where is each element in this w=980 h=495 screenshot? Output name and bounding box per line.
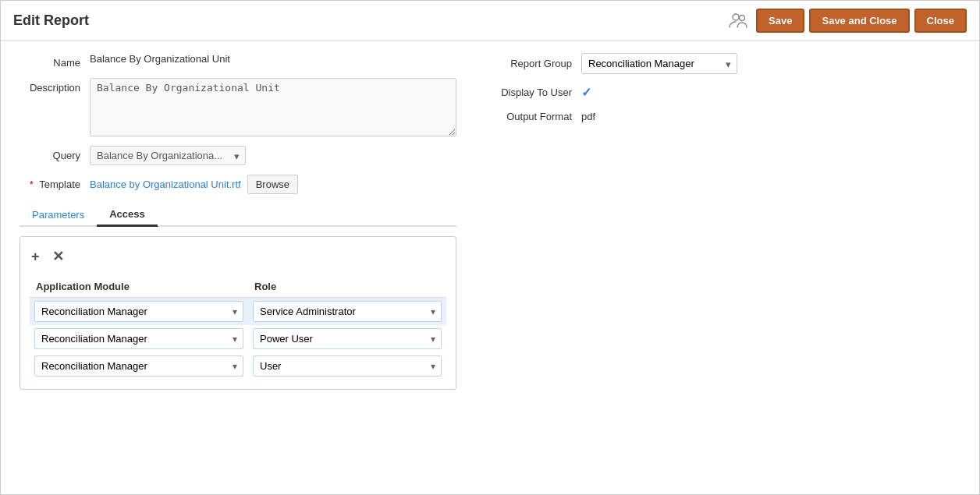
report-group-select-wrapper: Reconciliation Manager bbox=[581, 53, 737, 74]
display-to-user-row: Display To User ✓ bbox=[488, 85, 878, 100]
name-label: Name bbox=[20, 53, 90, 69]
name-row: Name Balance By Organizational Unit bbox=[20, 53, 456, 69]
table-row: Reconciliation ManagerUser bbox=[30, 352, 446, 380]
close-button[interactable]: Close bbox=[914, 9, 967, 33]
access-toolbar: + ✕ bbox=[30, 246, 446, 267]
app-select-wrapper: Reconciliation Manager bbox=[34, 328, 243, 349]
app-module-cell: Reconciliation Manager bbox=[30, 298, 248, 326]
col-app-header: Application Module bbox=[30, 276, 248, 298]
form-section: Name Balance By Organizational Unit Desc… bbox=[20, 53, 960, 390]
role-cell: Service Administrator bbox=[248, 298, 446, 326]
users-icon bbox=[728, 10, 748, 30]
user-icon-button[interactable] bbox=[725, 7, 751, 34]
description-row: Description Balance By Organizational Un… bbox=[20, 78, 456, 136]
browse-button[interactable]: Browse bbox=[247, 175, 298, 194]
query-label: Query bbox=[20, 146, 90, 161]
tab-access[interactable]: Access bbox=[97, 203, 158, 227]
remove-row-button[interactable]: ✕ bbox=[51, 246, 66, 267]
app-module-select[interactable]: Reconciliation Manager bbox=[34, 301, 243, 322]
role-cell: Power User bbox=[248, 325, 446, 352]
role-select[interactable]: Service Administrator bbox=[253, 301, 442, 322]
access-table-body: Reconciliation ManagerService Administra… bbox=[30, 298, 446, 380]
save-close-button[interactable]: Save and Close bbox=[809, 9, 909, 33]
access-panel: + ✕ Application Module Role bbox=[20, 236, 456, 390]
report-group-row: Report Group Reconciliation Manager bbox=[488, 53, 878, 74]
output-format-label: Output Format bbox=[488, 111, 581, 122]
table-row: Reconciliation ManagerPower User bbox=[30, 325, 446, 352]
role-select[interactable]: Power User bbox=[253, 328, 442, 349]
role-select-wrapper: Service Administrator bbox=[253, 301, 442, 322]
app-module-select[interactable]: Reconciliation Manager bbox=[34, 328, 243, 349]
template-row: * Template Balance by Organizational Uni… bbox=[20, 175, 456, 194]
app-module-select[interactable]: Reconciliation Manager bbox=[34, 355, 243, 377]
table-row: Reconciliation ManagerService Administra… bbox=[30, 298, 446, 326]
report-group-select[interactable]: Reconciliation Manager bbox=[581, 53, 737, 74]
page-title: Edit Report bbox=[13, 12, 89, 29]
svg-point-0 bbox=[733, 14, 739, 20]
template-label: * Template bbox=[20, 175, 90, 190]
left-column: Name Balance By Organizational Unit Desc… bbox=[20, 53, 456, 390]
role-select[interactable]: User bbox=[253, 355, 442, 377]
output-format-value: pdf bbox=[581, 111, 595, 122]
query-select[interactable]: Balance By Organizationa... bbox=[90, 146, 246, 165]
access-table: Application Module Role Reconciliation M… bbox=[30, 276, 446, 380]
report-group-label: Report Group bbox=[488, 58, 581, 69]
tabs-row: Parameters Access bbox=[20, 203, 456, 227]
query-row: Query Balance By Organizationa... bbox=[20, 146, 456, 165]
col-role-header: Role bbox=[248, 276, 446, 298]
header-actions: Save Save and Close Close bbox=[725, 7, 967, 34]
role-cell: User bbox=[248, 352, 446, 380]
right-column: Report Group Reconciliation Manager Disp… bbox=[488, 53, 878, 390]
required-star: * bbox=[30, 179, 34, 190]
description-input[interactable]: Balance By Organizational Unit bbox=[90, 78, 456, 136]
save-button[interactable]: Save bbox=[756, 9, 804, 33]
app-select-wrapper: Reconciliation Manager bbox=[34, 355, 243, 377]
description-label: Description bbox=[20, 78, 90, 94]
app-module-cell: Reconciliation Manager bbox=[30, 325, 248, 352]
name-value: Balance By Organizational Unit bbox=[90, 53, 456, 65]
svg-point-1 bbox=[740, 16, 745, 21]
display-to-user-label: Display To User bbox=[488, 87, 581, 98]
content: Name Balance By Organizational Unit Desc… bbox=[1, 41, 979, 494]
output-format-row: Output Format pdf bbox=[488, 111, 878, 122]
header: Edit Report Save Save and Close Close bbox=[1, 1, 979, 41]
app-module-cell: Reconciliation Manager bbox=[30, 352, 248, 380]
add-row-button[interactable]: + bbox=[30, 246, 41, 267]
role-select-wrapper: Power User bbox=[253, 328, 442, 349]
display-to-user-checkmark: ✓ bbox=[581, 85, 591, 100]
template-controls: Balance by Organizational Unit.rtf Brows… bbox=[90, 175, 298, 194]
template-link[interactable]: Balance by Organizational Unit.rtf bbox=[90, 179, 241, 190]
tab-parameters[interactable]: Parameters bbox=[20, 203, 97, 225]
access-table-header: Application Module Role bbox=[30, 276, 446, 298]
app-select-wrapper: Reconciliation Manager bbox=[34, 301, 243, 322]
role-select-wrapper: User bbox=[253, 355, 442, 377]
query-select-wrapper: Balance By Organizationa... bbox=[90, 146, 246, 165]
